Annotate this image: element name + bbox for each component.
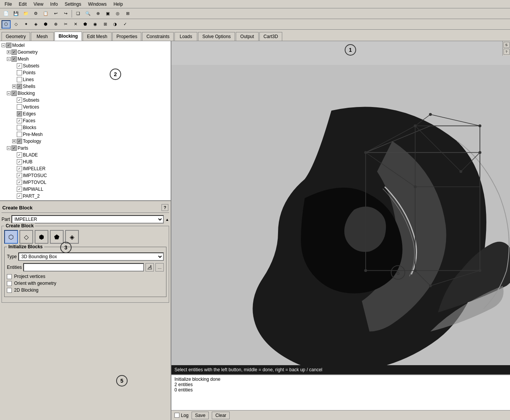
blocking-tool-11[interactable]: ⊞ xyxy=(101,20,110,29)
tree-check-imptovol[interactable] xyxy=(17,180,22,185)
tab-output[interactable]: Output xyxy=(236,32,259,41)
blocking-tool-1[interactable]: ⬡ xyxy=(2,20,11,29)
tree-check-model[interactable]: ✓ xyxy=(6,43,11,48)
tab-mesh[interactable]: Mesh xyxy=(31,32,54,41)
menu-view[interactable]: View xyxy=(30,1,46,8)
toolbar-btn-c[interactable]: ⊕ xyxy=(93,10,102,18)
tree-expand-blocking[interactable]: − xyxy=(7,91,11,95)
tree-check-geometry[interactable]: ✓ xyxy=(11,50,17,55)
toolbar-new[interactable]: 📄 xyxy=(2,10,11,18)
tree-check-blade[interactable] xyxy=(17,152,22,158)
tree-check-points[interactable] xyxy=(17,70,22,75)
entities-input[interactable] xyxy=(23,263,144,271)
save-button[interactable]: Save xyxy=(192,412,209,419)
blocking-tool-10[interactable]: ◉ xyxy=(91,20,100,29)
project-vertices-label[interactable]: Project vertices xyxy=(14,274,45,279)
tree-item-blade[interactable]: BLADE xyxy=(1,152,170,158)
tree-check-premesh[interactable] xyxy=(17,132,22,137)
part-scroll-up[interactable]: ▲ xyxy=(165,217,169,222)
side-btn-1[interactable]: S xyxy=(504,42,510,48)
tree-expand-shells[interactable]: + xyxy=(12,85,16,88)
tree-check-subsets[interactable] xyxy=(17,63,22,69)
tree-item-premesh[interactable]: Pre-Mesh xyxy=(1,131,170,138)
clear-button[interactable]: Clear xyxy=(212,412,230,419)
menu-info[interactable]: Info xyxy=(47,1,61,8)
type-select[interactable]: 3D Bounding Box2D PlanarFrom Vertices xyxy=(18,252,164,261)
tree-check-lines[interactable] xyxy=(17,77,22,82)
tree-item-mesh[interactable]: −✓Mesh xyxy=(1,56,170,62)
tab-blocking[interactable]: Blocking xyxy=(54,32,82,41)
side-btn-2[interactable]: ? xyxy=(504,49,510,55)
orient-geometry-label[interactable]: Orient with geometry xyxy=(14,281,56,286)
tree-item-subsets[interactable]: Subsets xyxy=(1,62,170,69)
tree-expand-topology[interactable]: + xyxy=(12,139,16,143)
tree-check-part2[interactable] xyxy=(17,193,22,199)
block-icon-2d-face[interactable]: ◇ xyxy=(19,230,33,244)
toolbar-btn-d[interactable]: ▣ xyxy=(103,10,112,18)
toolbar-save[interactable]: 💾 xyxy=(11,10,21,18)
blocking-tool-2[interactable]: ◇ xyxy=(11,20,21,29)
toolbar-open[interactable]: 📁 xyxy=(21,10,30,18)
tree-check-vertices[interactable] xyxy=(17,104,22,110)
toolbar-btn-f[interactable]: ⊞ xyxy=(123,10,132,18)
tree-check-edges[interactable]: ✓ xyxy=(17,111,22,117)
blocking-tool-4[interactable]: ◈ xyxy=(31,20,40,29)
log-checkbox[interactable] xyxy=(174,413,179,418)
tab-geometry[interactable]: Geometry xyxy=(2,32,30,41)
tab-solve-options[interactable]: Solve Options xyxy=(198,32,235,41)
tree-panel[interactable]: −✓Model+✓Geometry−✓MeshSubsetsPointsLine… xyxy=(0,41,171,201)
tree-expand-model[interactable]: − xyxy=(2,43,5,47)
blocking-tool-6[interactable]: ⊕ xyxy=(51,20,60,29)
tree-check-impwall[interactable] xyxy=(17,187,22,192)
tree-expand-parts[interactable]: − xyxy=(7,146,11,150)
tab-properties[interactable]: Properties xyxy=(112,32,142,41)
toolbar-btn-b[interactable]: 🔍 xyxy=(83,10,93,18)
tree-item-lines[interactable]: Lines xyxy=(1,76,170,83)
blocking-tool-7[interactable]: ✂ xyxy=(61,20,70,29)
blocking-tool-12[interactable]: ◑ xyxy=(110,20,120,29)
tree-item-vertices[interactable]: Vertices xyxy=(1,104,170,110)
toolbar-btn5[interactable]: 📋 xyxy=(41,10,50,18)
2d-blocking-label[interactable]: 2D Blocking xyxy=(14,287,38,293)
tree-item-impeller[interactable]: IMPELLER xyxy=(1,165,170,172)
tree-check-shells[interactable]: ✓ xyxy=(17,84,22,89)
tree-item-points[interactable]: Points xyxy=(1,69,170,76)
menu-windows[interactable]: Windows xyxy=(85,1,110,8)
tree-item-blocking[interactable]: −✓Blocking xyxy=(1,90,170,97)
tree-item-edges[interactable]: ✓Edges xyxy=(1,110,170,117)
tree-check-blocking[interactable]: ✓ xyxy=(11,91,17,96)
tree-item-model[interactable]: −✓Model xyxy=(1,42,170,49)
tree-item-parts[interactable]: −✓Parts xyxy=(1,145,170,152)
tab-loads[interactable]: Loads xyxy=(174,32,197,41)
orient-geometry-checkbox[interactable] xyxy=(7,281,12,286)
tab-edit-mesh[interactable]: Edit Mesh xyxy=(83,32,111,41)
tree-check-topology[interactable]: ✓ xyxy=(17,139,22,144)
tree-check-hub[interactable] xyxy=(17,159,22,164)
tree-expand-mesh[interactable]: − xyxy=(7,57,11,61)
project-vertices-checkbox[interactable] xyxy=(7,274,12,279)
tree-item-part2[interactable]: PART_2 xyxy=(1,193,170,200)
viewport[interactable]: 6 Select entities with the left button, … xyxy=(171,41,510,420)
help-button[interactable]: ? xyxy=(161,204,168,211)
tree-item-faces[interactable]: Faces xyxy=(1,117,170,124)
tree-expand-geometry[interactable]: + xyxy=(7,50,11,54)
tree-check-faces[interactable] xyxy=(17,118,22,123)
tab-constraints[interactable]: Constraints xyxy=(142,32,174,41)
entities-dots-btn[interactable]: … xyxy=(155,263,164,271)
blocking-tool-3[interactable]: ✦ xyxy=(21,20,30,29)
tree-item-geometry[interactable]: +✓Geometry xyxy=(1,49,170,56)
block-icon-cylinder[interactable]: ⬟ xyxy=(50,230,64,244)
tree-check-mesh[interactable]: ✓ xyxy=(11,56,17,62)
tree-item-blocks[interactable]: Blocks xyxy=(1,124,170,131)
blocking-tool-5[interactable]: ⬢ xyxy=(41,20,50,29)
tree-check-parts[interactable]: ✓ xyxy=(11,145,17,151)
tree-check-bl-subsets[interactable] xyxy=(17,97,22,103)
tab-cart3d[interactable]: Cart3D xyxy=(259,32,282,41)
tree-check-impeller[interactable] xyxy=(17,166,22,171)
blocking-tool-9[interactable]: ⬟ xyxy=(81,20,90,29)
blocking-tool-8[interactable]: ✕ xyxy=(71,20,80,29)
tree-item-imptovol[interactable]: IMPTOVOL xyxy=(1,179,170,186)
toolbar-undo[interactable]: ↩ xyxy=(51,10,60,18)
tree-item-bl-subsets[interactable]: Subsets xyxy=(1,97,170,104)
2d-blocking-checkbox[interactable] xyxy=(7,288,12,293)
